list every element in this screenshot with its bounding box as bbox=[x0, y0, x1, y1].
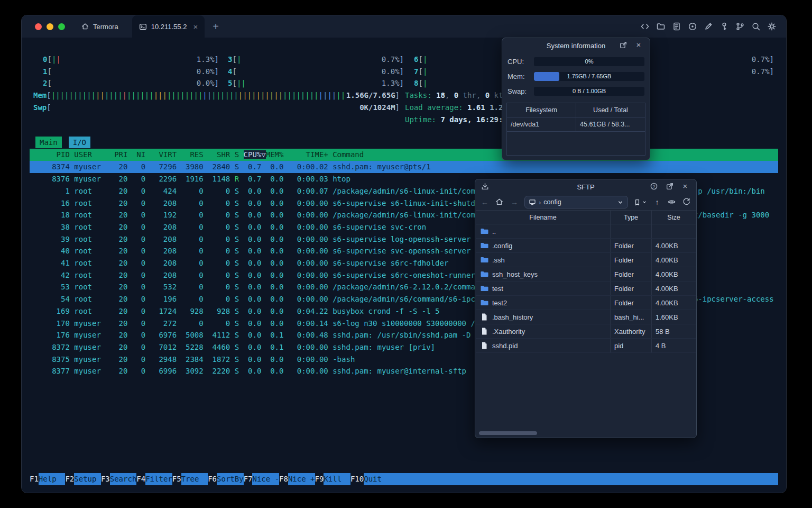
file-row-test[interactable]: testFolder4.00KB bbox=[476, 282, 696, 296]
file-icon bbox=[480, 341, 488, 350]
path-bar[interactable]: › config bbox=[524, 196, 628, 208]
process-row-8374[interactable]: 8374 myuser 20 0 7296 3980 2840 S 0.7 0.… bbox=[30, 161, 778, 173]
folder-icon bbox=[480, 270, 488, 278]
close-window-button[interactable] bbox=[35, 23, 42, 30]
file-type: pid bbox=[610, 339, 651, 352]
forward-icon[interactable]: → bbox=[510, 197, 519, 207]
file-size: 4.00KB bbox=[651, 253, 696, 267]
session-tab-title: 10.211.55.2 bbox=[151, 23, 187, 31]
fkey-f7[interactable]: F7 bbox=[244, 473, 253, 485]
folder-icon[interactable] bbox=[656, 22, 666, 31]
branch-icon[interactable] bbox=[735, 22, 745, 31]
close-icon[interactable]: × bbox=[680, 181, 690, 190]
path-separator-icon: › bbox=[539, 198, 541, 206]
terminal-icon bbox=[139, 23, 147, 31]
cpu-value: 0% bbox=[534, 57, 644, 66]
code-icon[interactable] bbox=[640, 22, 650, 31]
fkey-label-f1[interactable]: Help bbox=[39, 473, 66, 485]
file-row-sshd.pid[interactable]: sshd.pidpid4 B bbox=[476, 339, 696, 353]
fkey-f4[interactable]: F4 bbox=[136, 473, 145, 485]
bookmark-group[interactable] bbox=[633, 198, 647, 206]
home-tab[interactable]: Termora bbox=[81, 22, 118, 31]
help-icon[interactable]: ? bbox=[650, 182, 659, 192]
new-tab-button[interactable]: + bbox=[213, 21, 219, 33]
zoom-window-button[interactable] bbox=[58, 23, 65, 30]
fkey-label-f3[interactable]: Search bbox=[110, 473, 137, 485]
fkey-f9[interactable]: F9 bbox=[315, 473, 324, 485]
sort-column-header[interactable]: CPU%▽ bbox=[244, 150, 266, 159]
cpu-meter-3: 3[|0.7%] bbox=[228, 53, 404, 66]
file-row-.ssh[interactable]: .sshFolder4.00KB bbox=[476, 253, 696, 267]
fkey-label-f5[interactable]: Tree bbox=[181, 473, 208, 485]
file-type: Folder bbox=[610, 282, 651, 295]
file-row-.bash_history[interactable]: .bash_historybash_hi...1.60KB bbox=[476, 310, 696, 324]
edit-icon[interactable] bbox=[704, 22, 713, 31]
fkey-f2[interactable]: F2 bbox=[65, 473, 74, 485]
tab-close-icon[interactable]: × bbox=[193, 22, 198, 31]
screen-tab-main[interactable]: Main bbox=[35, 137, 62, 148]
fkey-f10[interactable]: F10 bbox=[350, 473, 364, 485]
session-tab[interactable]: 10.211.55.2 × bbox=[132, 15, 205, 38]
fkey-label-f7[interactable]: Nice - bbox=[252, 473, 279, 485]
bookmark-dropdown-icon[interactable] bbox=[642, 199, 647, 205]
fkey-label-f6[interactable]: SortBy bbox=[217, 473, 244, 485]
file-size: 4.00KB bbox=[651, 282, 696, 295]
record-icon[interactable] bbox=[688, 22, 697, 31]
file-type: Folder bbox=[610, 296, 651, 310]
file-row-test2[interactable]: test2Folder4.00KB bbox=[476, 296, 696, 310]
fkey-f3[interactable]: F3 bbox=[101, 473, 110, 485]
key-icon[interactable] bbox=[719, 22, 729, 31]
transfers-icon[interactable] bbox=[481, 182, 490, 192]
settings-gear-icon[interactable] bbox=[767, 22, 777, 31]
sftp-panel: SFTP ? × ← → › config bbox=[475, 179, 697, 438]
open-in-window-icon[interactable] bbox=[666, 182, 675, 192]
uptime: Uptime: 7 days, 16:29:20 bbox=[405, 114, 512, 126]
terminal[interactable]: 0[||1.3%]3[|0.7%]6[|0.7%]9[|0.7%]1[0.0%]… bbox=[22, 38, 786, 493]
type-column-header[interactable]: Type bbox=[610, 211, 651, 224]
swap-meter-row: Swap: 0 B / 1.00GB bbox=[502, 84, 650, 98]
fkey-label-f4[interactable]: Filter bbox=[145, 473, 172, 485]
size-column-header[interactable]: Size bbox=[651, 211, 696, 224]
cpu-progress-bar: 0% bbox=[534, 57, 644, 66]
close-icon[interactable]: × bbox=[634, 40, 643, 49]
bookmark-icon[interactable] bbox=[633, 198, 641, 206]
fkey-label-f9[interactable]: Kill bbox=[324, 473, 350, 485]
fkey-f1[interactable]: F1 bbox=[30, 473, 39, 485]
show-hidden-eye-icon[interactable] bbox=[667, 197, 677, 207]
fkey-f5[interactable]: F5 bbox=[172, 473, 181, 485]
path-dropdown-icon[interactable] bbox=[617, 199, 624, 206]
mem-progress-bar: 1.75GB / 7.65GB bbox=[534, 72, 644, 81]
fkey-label-f8[interactable]: Nice + bbox=[288, 473, 315, 485]
memory-line: Mem[||||||||||||||||||||||||||||||||||||… bbox=[30, 89, 778, 102]
search-icon[interactable] bbox=[751, 22, 761, 31]
minimize-window-button[interactable] bbox=[47, 23, 53, 30]
memory-meter: Mem[||||||||||||||||||||||||||||||||||||… bbox=[33, 89, 400, 102]
file-row-.config[interactable]: .configFolder4.00KB bbox=[476, 239, 696, 253]
sftp-title: SFTP bbox=[577, 183, 594, 191]
filesystem-row[interactable]: /dev/vda1 45.61GB / 58.3... bbox=[507, 117, 645, 132]
fkey-f6[interactable]: F6 bbox=[208, 473, 217, 485]
file-row-ssh_host_keys[interactable]: ssh_host_keysFolder4.00KB bbox=[476, 267, 696, 282]
system-information-panel: System information × CPU: 0% Mem: 1.75GB… bbox=[502, 38, 650, 160]
cpu-meter-0: 0[||1.3%] bbox=[43, 53, 219, 66]
fkey-label-f10[interactable]: Quit bbox=[364, 473, 391, 485]
swap-meter: Swp[0K/1024M] bbox=[33, 102, 400, 114]
refresh-icon[interactable] bbox=[682, 197, 691, 207]
screen-tab-io[interactable]: I/O bbox=[69, 137, 90, 148]
parent-directory-icon[interactable]: ↑ bbox=[652, 197, 662, 207]
filename-column-header[interactable]: Filename bbox=[476, 211, 610, 224]
home-icon[interactable] bbox=[495, 197, 504, 207]
fkey-label-f2[interactable]: Setup bbox=[74, 473, 101, 485]
fkey-f8[interactable]: F8 bbox=[279, 473, 288, 485]
back-icon[interactable]: ← bbox=[480, 197, 490, 207]
swap-line: Swp[0K/1024M]Load average: 1.61 1.20 1.1… bbox=[30, 102, 778, 114]
file-size: 4 B bbox=[651, 339, 696, 352]
file-row-..[interactable]: .. bbox=[476, 224, 696, 239]
system-meters: CPU: 0% Mem: 1.75GB / 7.65GB Swap: 0 B /… bbox=[502, 54, 650, 98]
file-size: 4.00KB bbox=[651, 267, 696, 281]
log-icon[interactable] bbox=[672, 22, 681, 31]
horizontal-scrollbar[interactable] bbox=[479, 431, 537, 435]
open-in-window-icon[interactable] bbox=[619, 41, 629, 50]
file-size bbox=[651, 224, 696, 238]
file-row-.Xauthority[interactable]: .XauthorityXauthority58 B bbox=[476, 324, 696, 339]
